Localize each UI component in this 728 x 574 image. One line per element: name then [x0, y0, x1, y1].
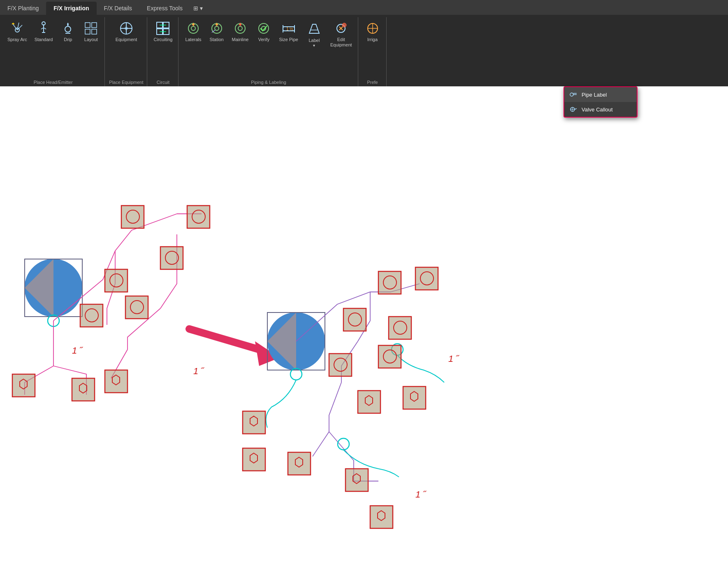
irr-box-rf2: [403, 387, 426, 409]
standard-icon: [36, 21, 51, 36]
valve-symbol-left: [25, 259, 82, 317]
group-circuit: Circuiting Circuit: [148, 17, 179, 86]
cyan-pipe-right-mid: [397, 355, 444, 382]
cyan-pipe-center: [266, 380, 296, 428]
pipe-right-v4: [313, 432, 329, 456]
irr-box-rb3: [243, 411, 265, 434]
btn-irriga[interactable]: Irriga: [362, 19, 383, 44]
irriga-icon: [365, 21, 380, 36]
group-prefe-label: Prefe: [367, 80, 378, 86]
circuiting-label: Circuiting: [154, 37, 173, 42]
equipment-icon: [118, 21, 134, 36]
pipe-label-icon: [569, 90, 577, 99]
irr-box-tl1: [121, 206, 144, 228]
irr-box-rb4: [243, 448, 265, 471]
canvas: 1 ˝ 1 ˝: [0, 86, 728, 574]
group-place-equipment: Equipment Place Equipment: [106, 17, 147, 86]
svg-point-13: [125, 27, 128, 30]
btn-drip[interactable]: Drip: [58, 19, 78, 44]
layout-icon: [83, 21, 99, 36]
irr-box-rm1: [343, 308, 366, 331]
size-pipe-icon: 1 ½: [281, 21, 297, 36]
spray-arc-icon: [9, 21, 25, 36]
svg-line-54: [575, 109, 577, 109]
svg-rect-9: [92, 29, 97, 34]
irr-box-rt1: [378, 271, 401, 294]
irr-box-rb2: [378, 345, 401, 368]
ribbon: Spray Arc Standard: [0, 15, 728, 86]
label-1in-right2: 1 ˝: [415, 489, 427, 500]
irr-box-rf1: [358, 391, 380, 413]
tab-more[interactable]: ⊞ ▾: [190, 2, 206, 15]
svg-rect-8: [85, 29, 90, 34]
laterals-label: Laterals: [185, 37, 201, 42]
svg-point-44: [342, 23, 346, 27]
tab-details[interactable]: F/X Details: [97, 2, 139, 15]
irr-box-rf3: [345, 469, 368, 491]
pipe-label-text: Pipe Label: [582, 92, 607, 98]
station-label: Station: [209, 37, 223, 42]
btn-station[interactable]: Station: [206, 19, 227, 44]
tab-irrigation[interactable]: F/X Irrigation: [46, 2, 96, 15]
btn-spray-arc[interactable]: Spray Arc: [5, 19, 30, 44]
btn-verify[interactable]: Verify: [253, 19, 274, 44]
group-circuit-label: Circuit: [157, 80, 169, 86]
svg-point-25: [215, 26, 219, 30]
group-piping-labeling-label: Piping & Labeling: [251, 80, 286, 86]
group-head-emitter: Spray Arc Standard: [2, 17, 105, 86]
svg-point-33: [259, 23, 269, 33]
main-arrow: [189, 329, 280, 366]
valve-callout-icon: [569, 105, 577, 113]
btn-size-pipe[interactable]: 1 ½ Size Pipe: [276, 19, 300, 44]
btn-laterals[interactable]: Laterals: [183, 19, 204, 44]
laterals-icon: [185, 21, 201, 36]
spray-arc-label: Spray Arc: [7, 37, 27, 42]
svg-marker-1: [12, 23, 15, 24]
circuiting-icon: [155, 21, 171, 36]
irr-box-bl3: [105, 370, 128, 393]
edit-equipment-label: EditEquipment: [330, 37, 352, 48]
irr-box-rb5: [288, 452, 311, 475]
btn-standard[interactable]: Standard: [32, 19, 56, 44]
btn-circuiting[interactable]: Circuiting: [151, 19, 175, 44]
btn-edit-equipment[interactable]: EditEquipment: [328, 19, 355, 49]
label-1in-right1: 1 ˝: [448, 354, 459, 364]
pipe-right-v3: [329, 382, 341, 432]
group-place-equipment-label: Place Equipment: [109, 80, 143, 86]
dropdown-valve-callout[interactable]: Valve Callout: [564, 102, 637, 117]
irr-box-l1: [105, 269, 128, 292]
tab-bar: F/X Planting F/X Irrigation F/X Details …: [0, 0, 728, 15]
group-prefe: Irriga Prefe: [359, 17, 387, 86]
btn-label[interactable]: Label ▾: [303, 19, 325, 50]
verify-icon: [256, 21, 271, 36]
svg-point-4: [65, 26, 71, 32]
verify-label: Verify: [258, 37, 270, 42]
station-icon: [209, 21, 225, 36]
irriga-label: Irriga: [367, 37, 378, 42]
irr-box-l2: [160, 247, 183, 269]
standard-label: Standard: [35, 37, 53, 42]
btn-mainline[interactable]: Mainline: [230, 19, 251, 44]
btn-layout[interactable]: Layout: [81, 19, 101, 44]
irr-box-bl1: [12, 374, 35, 397]
label-1in-middle: 1 ˝: [193, 366, 204, 376]
svg-point-30: [238, 26, 242, 30]
irr-box-rm2: [389, 317, 411, 339]
irr-box-tl2: [187, 206, 210, 228]
tab-planting[interactable]: F/X Planting: [0, 2, 46, 15]
svg-line-57: [189, 329, 259, 349]
dropdown-pipe-label[interactable]: Pipe Label: [564, 87, 637, 102]
size-pipe-label: Size Pipe: [279, 37, 298, 42]
svg-rect-6: [85, 23, 90, 28]
group-piping-labeling: Laterals Station: [179, 17, 358, 86]
irr-box-rt2: [415, 267, 438, 290]
layout-label: Layout: [84, 37, 98, 42]
tab-express[interactable]: Express Tools: [139, 2, 190, 15]
btn-equipment[interactable]: Equipment: [113, 19, 140, 44]
main-drawing: 1 ˝ 1 ˝: [0, 86, 728, 574]
mainline-icon: [232, 21, 248, 36]
irr-box-bl2: [72, 378, 95, 401]
drip-label: Drip: [64, 37, 72, 42]
irr-box-l4: [125, 296, 148, 319]
group-head-emitter-label: Place Head/Emitter: [34, 80, 73, 86]
